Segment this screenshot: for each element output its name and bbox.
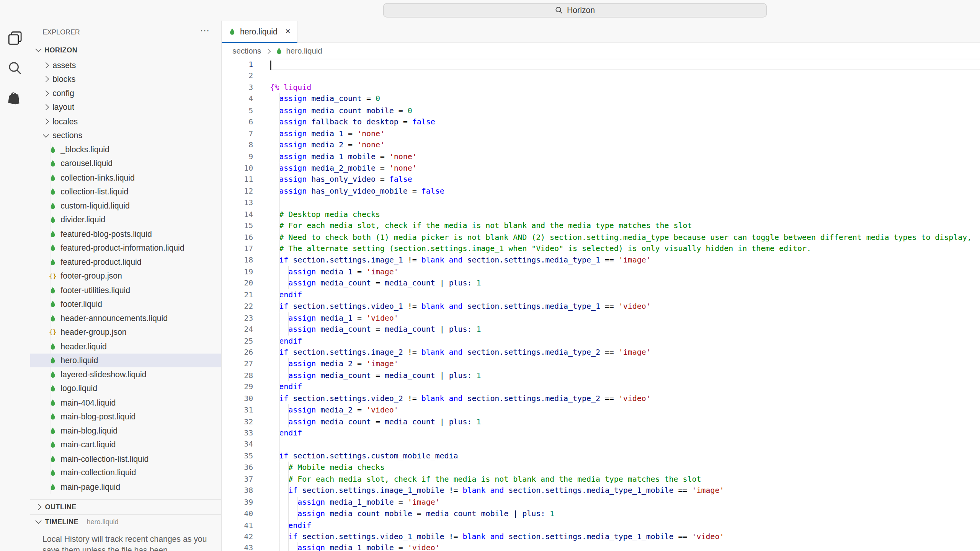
file-_blocks.liquid[interactable]: _blocks.liquid xyxy=(30,142,221,156)
tree-item-label: hero.liquid xyxy=(60,355,98,365)
code-line: if section.settings.image_1_mobile != bl… xyxy=(270,485,980,496)
file-main-blog.liquid[interactable]: main-blog.liquid xyxy=(30,424,221,438)
line-number: 15 xyxy=(222,220,253,231)
file-main-404.liquid[interactable]: main-404.liquid xyxy=(30,395,221,409)
file-main-collection-list.liquid[interactable]: main-collection-list.liquid xyxy=(30,452,221,466)
code-line: {% liquid xyxy=(270,82,980,93)
indent-guide xyxy=(288,416,289,427)
code-line: # For each media slot, check if the medi… xyxy=(270,220,980,231)
code-line: # Desktop media checks xyxy=(270,209,980,220)
breadcrumb-item-sections[interactable]: sections xyxy=(232,47,261,55)
folder-layout[interactable]: layout xyxy=(30,100,221,114)
tree-item-label: assets xyxy=(52,60,76,70)
folder-locales[interactable]: locales xyxy=(30,114,221,129)
indent-guide xyxy=(288,266,289,277)
tree-item-label: config xyxy=(52,88,74,98)
folder-config[interactable]: config xyxy=(30,86,221,100)
indent-guide xyxy=(297,496,298,508)
file-featured-blog-posts.liquid[interactable]: featured-blog-posts.liquid xyxy=(30,227,221,241)
liquid-file-icon xyxy=(49,202,57,210)
code-line: # For each media slot, check if the medi… xyxy=(270,473,980,485)
indent-guide xyxy=(288,324,289,335)
code-line: assign media_2_mobile = 'none' xyxy=(270,162,980,174)
file-layered-slideshow.liquid[interactable]: layered-slideshow.liquid xyxy=(30,367,221,381)
file-header-announcements.liquid[interactable]: header-announcements.liquid xyxy=(30,311,221,325)
file-main-page.liquid[interactable]: main-page.liquid xyxy=(30,480,221,494)
indent-guide xyxy=(279,243,280,254)
indent-guide xyxy=(279,174,280,185)
code-editor[interactable]: 1234567891011121314151617181920212223242… xyxy=(222,59,980,551)
tree-item-label: main-blog.liquid xyxy=(60,426,118,435)
file-featured-product.liquid[interactable]: featured-product.liquid xyxy=(30,255,221,269)
more-actions-icon[interactable]: ⋯ xyxy=(200,25,210,36)
line-number: 30 xyxy=(222,393,253,404)
activity-search-button[interactable] xyxy=(0,53,30,83)
file-collection-links.liquid[interactable]: collection-links.liquid xyxy=(30,171,221,185)
shopify-icon xyxy=(8,91,22,105)
file-footer.liquid[interactable]: footer.liquid xyxy=(30,297,221,311)
line-number: 6 xyxy=(222,116,253,128)
tab-hero-liquid[interactable]: hero.liquid ✕ xyxy=(222,21,298,43)
file-carousel.liquid[interactable]: carousel.liquid xyxy=(30,156,221,171)
outline-panel-header[interactable]: OUTLINE xyxy=(30,499,221,514)
line-number: 39 xyxy=(222,496,253,508)
tree-item-label: sections xyxy=(52,131,82,140)
file-hero.liquid[interactable]: hero.liquid xyxy=(30,353,221,367)
indent-guide xyxy=(279,531,280,543)
file-header.liquid[interactable]: header.liquid xyxy=(30,339,221,354)
indent-guide xyxy=(279,404,280,416)
code-line xyxy=(270,70,980,82)
liquid-file-icon xyxy=(49,427,57,435)
line-number: 13 xyxy=(222,197,253,209)
file-logo.liquid[interactable]: logo.liquid xyxy=(30,381,221,396)
line-number: 33 xyxy=(222,427,253,439)
liquid-file-icon xyxy=(49,370,57,378)
line-number: 25 xyxy=(222,335,253,347)
code-line: # Need to check both (1) media picker is… xyxy=(270,231,980,243)
json-file-icon: {} xyxy=(49,272,57,280)
liquid-file-icon xyxy=(49,160,57,168)
activity-explorer-button[interactable] xyxy=(0,23,30,53)
file-main-cart.liquid[interactable]: main-cart.liquid xyxy=(30,438,221,452)
code-line: if section.settings.image_1 != blank and… xyxy=(270,254,980,266)
folder-sections[interactable]: sections xyxy=(30,129,221,143)
timeline-panel-header[interactable]: TIMELINE hero.liquid xyxy=(30,514,221,528)
file-footer-group.json[interactable]: {}footer-group.json xyxy=(30,269,221,283)
indent-guide xyxy=(279,473,280,485)
liquid-file-icon xyxy=(49,483,57,491)
close-icon[interactable]: ✕ xyxy=(285,27,291,35)
folder-assets[interactable]: assets xyxy=(30,58,221,72)
activity-shopify-button[interactable] xyxy=(0,83,30,113)
code-content[interactable]: {% liquid assign media_count = 0 assign … xyxy=(270,59,980,551)
indent-guide xyxy=(288,543,289,551)
code-line xyxy=(270,439,980,450)
liquid-file-icon xyxy=(49,356,57,364)
title-bar: Horizon xyxy=(0,0,980,21)
line-number: 36 xyxy=(222,462,253,473)
liquid-file-icon xyxy=(49,342,57,350)
file-divider.liquid[interactable]: divider.liquid xyxy=(30,213,221,227)
workspace-root-header[interactable]: HORIZON xyxy=(30,43,221,57)
code-line: assign media_count = 0 xyxy=(270,93,980,105)
indent-guide xyxy=(279,197,280,209)
breadcrumb-item-file[interactable]: hero.liquid xyxy=(275,47,322,55)
file-collection-list.liquid[interactable]: collection-list.liquid xyxy=(30,184,221,199)
line-number: 5 xyxy=(222,105,253,116)
liquid-file-icon xyxy=(275,47,283,55)
file-main-blog-post.liquid[interactable]: main-blog-post.liquid xyxy=(30,409,221,424)
command-center-search[interactable]: Horizon xyxy=(383,3,767,18)
folder-blocks[interactable]: blocks xyxy=(30,72,221,86)
code-line: assign media_1_mobile = 'video' xyxy=(270,543,980,551)
line-number: 43 xyxy=(222,543,253,551)
code-line: assign media_1_mobile = 'none' xyxy=(270,151,980,162)
tree-item-label: main-404.liquid xyxy=(60,398,116,407)
file-custom-liquid.liquid[interactable]: custom-liquid.liquid xyxy=(30,199,221,213)
indent-guide xyxy=(279,496,280,508)
line-number: 10 xyxy=(222,162,253,174)
file-footer-utilities.liquid[interactable]: footer-utilities.liquid xyxy=(30,283,221,297)
indent-guide xyxy=(279,209,280,220)
file-main-collection.liquid[interactable]: main-collection.liquid xyxy=(30,466,221,480)
liquid-file-icon xyxy=(49,216,57,224)
file-featured-product-information.liquid[interactable]: featured-product-information.liquid xyxy=(30,241,221,255)
file-header-group.json[interactable]: {}header-group.json xyxy=(30,325,221,339)
